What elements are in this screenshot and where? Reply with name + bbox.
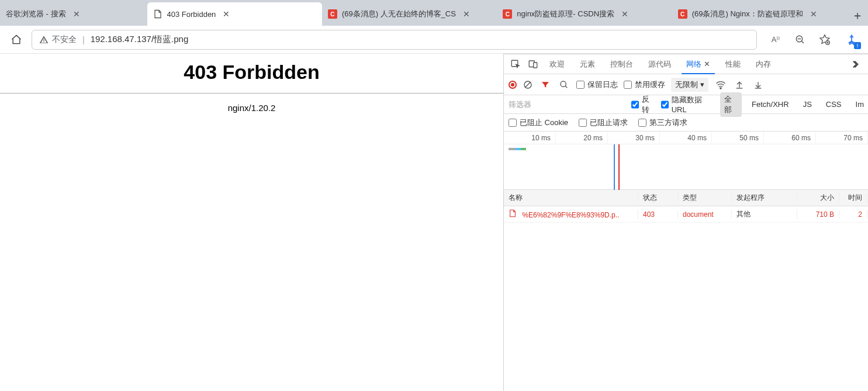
svg-line-10 (525, 82, 530, 87)
divider (0, 93, 503, 94)
tab-title: (69条消息) Nginx：防盗链原理和 (692, 9, 803, 19)
browser-tab-3[interactable]: C nginx防盗链原理- CSDN搜索 ✕ (497, 2, 672, 26)
devtools-tab-network[interactable]: 网络 ✕ (679, 54, 717, 74)
domcontent-line (614, 144, 615, 190)
header-initiator[interactable]: 发起程序 (732, 193, 797, 203)
cell-type: document (678, 210, 732, 219)
header-status[interactable]: 状态 (638, 193, 678, 203)
invert-checkbox[interactable]: 反转 (631, 94, 655, 115)
inspect-icon[interactable] (507, 56, 524, 72)
read-aloud-icon[interactable]: A⁾⁾ (765, 29, 786, 50)
timeline-tick: 40 ms (660, 132, 712, 144)
checkbox-input[interactable] (624, 81, 632, 89)
csdn-icon: C (328, 9, 337, 19)
badge-icon: ! (854, 42, 861, 49)
header-type[interactable]: 类型 (678, 193, 732, 203)
checkbox-input[interactable] (631, 101, 639, 109)
filter-type-css[interactable]: CSS (822, 98, 846, 110)
tab-label: 网络 (686, 59, 701, 70)
cell-name: %E6%82%9F%E8%93%9D.p.. (504, 209, 638, 219)
network-timeline[interactable]: 10 ms 20 ms 30 ms 40 ms 50 ms 60 ms 70 m… (504, 132, 868, 190)
home-button[interactable] (5, 28, 28, 51)
filter-type-fetch[interactable]: Fetch/XHR (748, 98, 793, 110)
header-name[interactable]: 名称 (504, 193, 638, 203)
error-title: 403 Forbidden (0, 61, 503, 84)
filter-type-all[interactable]: 全部 (720, 92, 742, 117)
timeline-tick: 60 ms (764, 132, 816, 144)
warning-icon (39, 35, 49, 44)
third-party-checkbox[interactable]: 第三方请求 (638, 117, 687, 128)
zoom-out-icon[interactable] (790, 29, 811, 50)
network-table: 名称 状态 类型 发起程序 大小 时间 %E6%82%9F%E8%93%9D.p… (504, 190, 868, 391)
devtools-tab-memory[interactable]: 内存 (749, 54, 778, 74)
checkbox-label: 已阻止 Cookie (520, 117, 568, 128)
disable-cache-checkbox[interactable]: 禁用缓存 (624, 79, 665, 90)
clear-button[interactable] (523, 79, 533, 90)
checkbox-input[interactable] (579, 119, 587, 127)
devtools-tab-performance[interactable]: 性能 (718, 54, 748, 74)
checkbox-input[interactable] (576, 81, 585, 89)
filter-icon[interactable] (539, 78, 552, 91)
devtools-tab-elements[interactable]: 元素 (573, 54, 602, 74)
devtools-tabbar: 欢迎 元素 控制台 源代码 网络 ✕ 性能 内存 (504, 54, 868, 74)
hide-data-urls-checkbox[interactable]: 隐藏数据 URL (661, 95, 714, 114)
new-tab-button[interactable]: ＋ (847, 5, 868, 26)
browser-tab-bar: 谷歌浏览器 - 搜索 ✕ 403 Forbidden ✕ C (69条消息) 人… (0, 0, 868, 26)
chevron-right-icon[interactable] (848, 56, 864, 72)
throttling-select[interactable]: 无限制 ▾ (671, 78, 708, 92)
header-time[interactable]: 时间 (839, 193, 867, 203)
timeline-ruler: 10 ms 20 ms 30 ms 40 ms 50 ms 60 ms 70 m… (504, 132, 868, 144)
svg-line-12 (565, 86, 567, 88)
svg-point-11 (561, 81, 566, 86)
header-size[interactable]: 大小 (797, 193, 839, 203)
devtools-tab-sources[interactable]: 源代码 (641, 54, 678, 74)
throttling-value: 无限制 (675, 79, 698, 90)
close-icon[interactable]: ✕ (620, 9, 630, 19)
upload-icon[interactable] (733, 78, 746, 91)
insecure-badge[interactable]: 不安全 (39, 34, 77, 45)
filter-type-img[interactable]: Im (852, 98, 868, 110)
checkbox-label: 保留日志 (587, 79, 618, 90)
extension-button[interactable]: ! (840, 28, 863, 51)
blocked-requests-checkbox[interactable]: 已阻止请求 (579, 117, 628, 128)
checkbox-input[interactable] (638, 119, 646, 127)
blocked-cookies-checkbox[interactable]: 已阻止 Cookie (509, 117, 568, 128)
close-icon[interactable]: ✕ (222, 9, 231, 19)
page-icon (153, 9, 162, 19)
browser-tab-4[interactable]: C (69条消息) Nginx：防盗链原理和 ✕ (672, 2, 847, 26)
address-actions: A⁾⁾ (765, 29, 835, 50)
cell-time: 2 (839, 210, 867, 219)
devtools-tab-welcome[interactable]: 欢迎 (542, 54, 572, 74)
record-button[interactable] (509, 81, 517, 89)
devtools-tab-console[interactable]: 控制台 (603, 54, 640, 74)
checkbox-label: 第三方请求 (649, 117, 687, 128)
close-icon[interactable]: ✕ (462, 9, 471, 19)
checkbox-input[interactable] (661, 101, 669, 109)
network-filter-bar-2: 已阻止 Cookie 已阻止请求 第三方请求 (504, 114, 868, 132)
close-icon[interactable]: ✕ (704, 60, 710, 68)
download-icon[interactable] (752, 78, 765, 91)
browser-tab-1[interactable]: 403 Forbidden ✕ (147, 2, 322, 26)
favorites-icon[interactable] (814, 29, 835, 50)
timeline-body (504, 144, 868, 190)
table-row[interactable]: %E6%82%9F%E8%93%9D.p.. 403 document 其他 7… (504, 206, 868, 223)
search-icon[interactable] (558, 78, 570, 91)
browser-tab-2[interactable]: C (69条消息) 人无在始终的博客_CS ✕ (322, 2, 497, 26)
checkbox-input[interactable] (509, 119, 517, 127)
url-box[interactable]: 不安全 | 192.168.47.137/悟蓝.png (32, 30, 757, 50)
load-line (618, 144, 620, 190)
csdn-icon: C (678, 9, 687, 19)
network-conditions-icon[interactable] (714, 78, 727, 91)
browser-tab-0[interactable]: 谷歌浏览器 - 搜索 ✕ (0, 2, 147, 26)
tab-title: 谷歌浏览器 - 搜索 (6, 9, 66, 19)
checkbox-label: 隐藏数据 URL (672, 95, 714, 114)
close-icon[interactable]: ✕ (72, 9, 81, 19)
filter-type-js[interactable]: JS (799, 98, 816, 110)
filter-input[interactable] (509, 98, 625, 111)
tab-title: (69条消息) 人无在始终的博客_CS (342, 9, 456, 19)
cell-size: 710 B (797, 210, 839, 219)
close-icon[interactable]: ✕ (809, 9, 818, 19)
device-toggle-icon[interactable] (525, 56, 541, 72)
table-header: 名称 状态 类型 发起程序 大小 时间 (504, 190, 868, 206)
preserve-log-checkbox[interactable]: 保留日志 (576, 79, 618, 90)
